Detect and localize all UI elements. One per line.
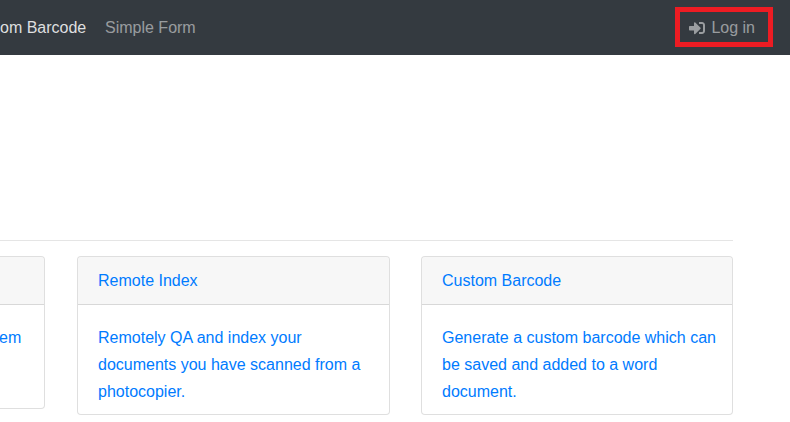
card-custom-barcode-body: Generate a custom barcode which can be s… xyxy=(422,305,732,405)
navbar: om Barcode Simple Form Log in xyxy=(0,0,790,55)
card-custom-barcode: Custom Barcode Generate a custom barcode… xyxy=(421,256,733,415)
login-link[interactable]: Log in xyxy=(689,0,755,55)
nav-item-simple-form[interactable]: Simple Form xyxy=(105,0,196,55)
card-custom-barcode-header: Custom Barcode xyxy=(422,257,732,305)
card-remote-index-body: Remotely QA and index your documents you… xyxy=(78,305,389,405)
card-partial-body: em xyxy=(0,305,44,351)
card-custom-barcode-title-link[interactable]: Custom Barcode xyxy=(442,272,561,290)
card-partial: em xyxy=(0,256,45,409)
card-custom-barcode-description-link[interactable]: Generate a custom barcode which can be s… xyxy=(442,329,716,400)
card-remote-index-header: Remote Index xyxy=(78,257,389,305)
page: om Barcode Simple Form Log in em Remote … xyxy=(0,0,790,422)
card-partial-header xyxy=(0,257,44,305)
card-partial-link[interactable]: em xyxy=(0,329,21,346)
login-label: Log in xyxy=(711,19,755,37)
card-remote-index: Remote Index Remotely QA and index your … xyxy=(77,256,390,415)
nav-item-custom-barcode[interactable]: om Barcode xyxy=(0,0,86,55)
sign-in-icon xyxy=(689,20,705,36)
content-divider xyxy=(0,240,733,241)
card-remote-index-title-link[interactable]: Remote Index xyxy=(98,272,198,290)
card-remote-index-description-link[interactable]: Remotely QA and index your documents you… xyxy=(98,329,360,400)
